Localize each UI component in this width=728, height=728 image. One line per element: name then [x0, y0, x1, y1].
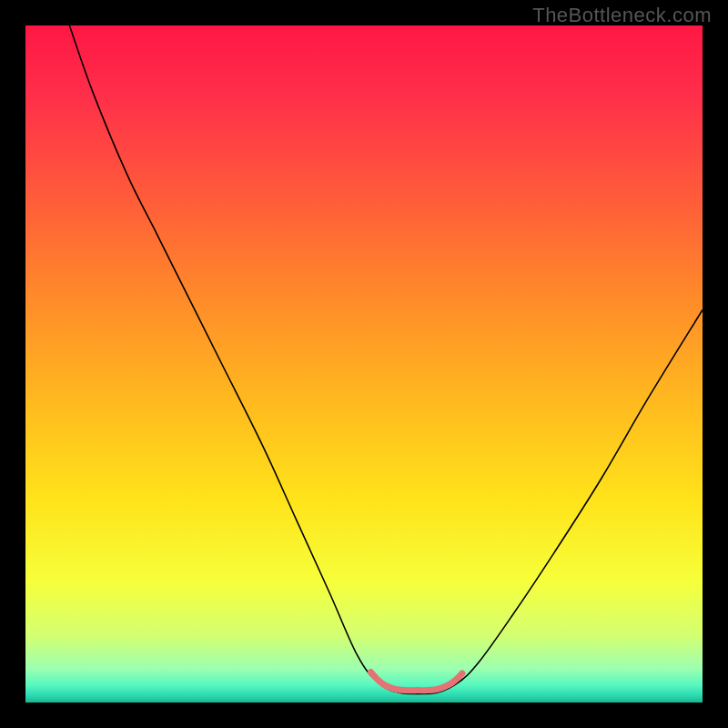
bottleneck-chart [25, 25, 703, 703]
gradient-background [25, 25, 703, 703]
chart-frame: TheBottleneck.com [0, 0, 728, 728]
watermark-label: TheBottleneck.com [532, 4, 712, 27]
